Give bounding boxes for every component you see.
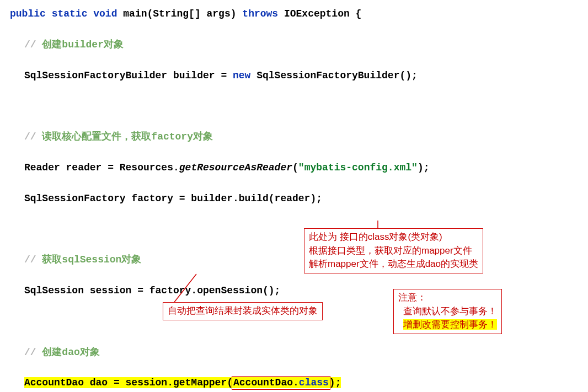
annotation-line-highlight: 增删改需要控制事务！ [403, 319, 497, 330]
string-literal: "mybatis-config.xml" [298, 162, 418, 173]
annotation-line: 查询默认不参与事务！ [403, 306, 497, 316]
annotation-line: 此处为 接口的class对象(类对象) [309, 232, 442, 242]
code-text: ); [329, 377, 341, 388]
code-text: AccountDao dao = session.getMapper( [24, 377, 233, 388]
kw-void: void [93, 8, 117, 19]
comment-text: 获取sqlSession对象 [36, 254, 142, 265]
annotation-line: 自动把查询结果封装成实体类的对象 [168, 305, 318, 316]
code-text: SqlSessionFactoryBuilder builder = [24, 70, 233, 81]
code-italic: getResourceAsReader [179, 162, 292, 173]
class-arg-box: AccountDao.class [232, 376, 330, 390]
exception: IOException { [284, 8, 361, 19]
code-text: Reader reader = Resources. [24, 162, 179, 173]
annotation-line: 注意： [398, 292, 426, 303]
annotation-auto-map: 自动把查询结果封装成实体类的对象 [163, 302, 323, 320]
comment-slashes: // [24, 347, 36, 358]
comment-text: 创建builder对象 [36, 39, 124, 50]
comment-text: 读取核心配置文件，获取factory对象 [36, 131, 213, 142]
code-text: AccountDao [233, 377, 293, 388]
kw-static: static [52, 8, 88, 19]
code-text: SqlSessionFactoryBuilder(); [250, 70, 417, 81]
code-text: ); [418, 162, 430, 173]
comment-slashes: // [24, 39, 36, 50]
comment-slashes: // [24, 254, 36, 265]
annotation-transaction: 注意： 查询默认不参与事务！ 增删改需要控制事务！ [393, 289, 502, 334]
code-text: SqlSessionFactory factory = builder.buil… [24, 193, 322, 204]
comment-slashes: // [24, 131, 36, 142]
comment-text: 创建dao对象 [36, 347, 100, 358]
code-text: SqlSession session = factory.openSession… [24, 285, 280, 296]
code-text: ( [292, 162, 298, 173]
code-block: public static void main(String[] args) t… [10, 7, 578, 392]
kw-new: new [233, 70, 250, 81]
code-text: . [293, 377, 299, 388]
annotation-line: 根据接口类型，获取对应的mapper文件 [309, 245, 472, 256]
annotation-line: 解析mapper文件，动态生成dao的实现类 [309, 259, 478, 269]
kw-throws: throws [242, 8, 278, 19]
kw-public: public [10, 8, 46, 19]
annotation-class-object: 此处为 接口的class对象(类对象) 根据接口类型，获取对应的mapper文件… [304, 228, 483, 273]
highlighted-line: AccountDao dao = session.getMapper(Accou… [24, 377, 341, 388]
method-sig: main(String[] args) [123, 8, 236, 19]
kw-class: class [299, 377, 329, 388]
